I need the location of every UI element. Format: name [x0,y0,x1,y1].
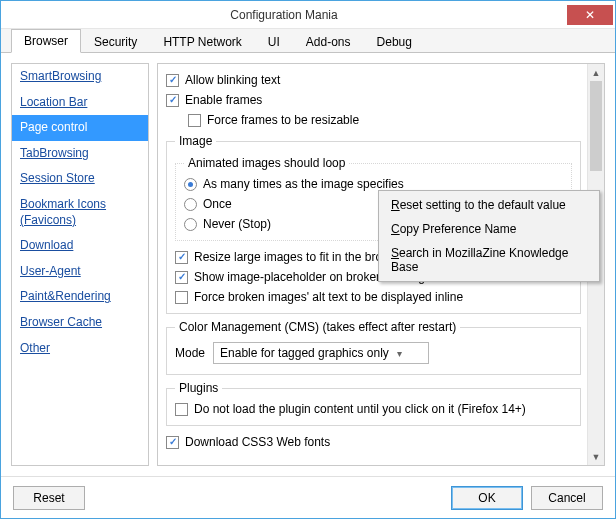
sidebar-item-session-store[interactable]: Session Store [12,166,148,192]
tab-http-network[interactable]: HTTP Network [150,30,254,53]
label-radio-once: Once [203,197,232,211]
tab-security[interactable]: Security [81,30,150,53]
label-radio-as-specified: As many times as the image specifies [203,177,404,191]
row-force-resizable: ✓ Force frames to be resizable [166,110,581,130]
group-plugins: Plugins ✓ Do not load the plugin content… [166,381,581,426]
row-force-alt-inline: ✓ Force broken images' alt text to be di… [175,287,572,307]
radio-as-specified[interactable] [184,178,197,191]
scroll-down-icon[interactable]: ▼ [588,448,604,465]
legend-cms: Color Management (CMS) (takes effect aft… [175,320,460,334]
window: Configuration Mania ✕ Browser Security H… [0,0,616,519]
checkbox-css3-fonts[interactable]: ✓ [166,436,179,449]
context-reset-default[interactable]: Reset setting to the default value [381,193,597,217]
row-enable-frames: ✓ Enable frames [166,90,581,110]
checkbox-force-resizable[interactable]: ✓ [188,114,201,127]
context-menu: Reset setting to the default value Copy … [378,190,600,282]
tab-debug[interactable]: Debug [364,30,425,53]
sidebar-item-download[interactable]: Download [12,233,148,259]
checkbox-show-placeholder[interactable]: ✓ [175,271,188,284]
tab-browser[interactable]: Browser [11,29,81,53]
sidebar-item-bookmark-icons[interactable]: Bookmark Icons (Favicons) [12,192,148,233]
sidebar-item-smartbrowsing[interactable]: SmartBrowsing [12,64,148,90]
close-button[interactable]: ✕ [567,5,613,25]
footer: Reset OK Cancel [1,476,615,518]
legend-animated-loop: Animated images should loop [184,156,349,170]
reset-button[interactable]: Reset [13,486,85,510]
label-plugin-click: Do not load the plugin content until you… [194,402,526,416]
sidebar-item-user-agent[interactable]: User-Agent [12,259,148,285]
label-cms-mode: Mode [175,346,205,360]
titlebar: Configuration Mania ✕ [1,1,615,29]
label-radio-never: Never (Stop) [203,217,271,231]
sidebar: SmartBrowsing Location Bar Page control … [11,63,149,466]
sidebar-item-location-bar[interactable]: Location Bar [12,90,148,116]
checkbox-plugin-click[interactable]: ✓ [175,403,188,416]
sidebar-item-other[interactable]: Other [12,336,148,362]
scroll-thumb[interactable] [590,81,602,171]
select-cms-mode[interactable]: Enable for tagged graphics only ▾ [213,342,429,364]
tab-ui[interactable]: UI [255,30,293,53]
row-plugin-click: ✓ Do not load the plugin content until y… [175,399,572,419]
sidebar-item-tabbrowsing[interactable]: TabBrowsing [12,141,148,167]
legend-image: Image [175,134,216,148]
scroll-up-icon[interactable]: ▲ [588,64,604,81]
context-search-mozillazine[interactable]: Search in MozillaZine Knowledge Base [381,241,597,279]
label-force-alt-inline: Force broken images' alt text to be disp… [194,290,463,304]
ok-button[interactable]: OK [451,486,523,510]
window-title: Configuration Mania [1,8,567,22]
checkbox-enable-frames[interactable]: ✓ [166,94,179,107]
chevron-down-icon: ▾ [397,348,402,359]
label-force-resizable: Force frames to be resizable [207,113,359,127]
sidebar-item-paint-rendering[interactable]: Paint&Rendering [12,284,148,310]
legend-plugins: Plugins [175,381,222,395]
context-copy-pref-name[interactable]: Copy Preference Name [381,217,597,241]
group-cms: Color Management (CMS) (takes effect aft… [166,320,581,375]
radio-once[interactable] [184,198,197,211]
row-css3-fonts: ✓ Download CSS3 Web fonts [166,432,581,452]
sidebar-item-page-control[interactable]: Page control [12,115,148,141]
label-enable-frames: Enable frames [185,93,262,107]
checkbox-force-alt-inline[interactable]: ✓ [175,291,188,304]
tabstrip: Browser Security HTTP Network UI Add-ons… [1,29,615,53]
row-allow-blinking: ✓ Allow blinking text [166,70,581,90]
label-allow-blinking: Allow blinking text [185,73,280,87]
checkbox-resize-large[interactable]: ✓ [175,251,188,264]
close-icon: ✕ [585,8,595,22]
row-cms-mode: Mode Enable for tagged graphics only ▾ [175,338,572,368]
label-css3-fonts: Download CSS3 Web fonts [185,435,330,449]
radio-never[interactable] [184,218,197,231]
checkbox-allow-blinking[interactable]: ✓ [166,74,179,87]
tab-addons[interactable]: Add-ons [293,30,364,53]
cancel-button[interactable]: Cancel [531,486,603,510]
sidebar-item-browser-cache[interactable]: Browser Cache [12,310,148,336]
select-cms-mode-value: Enable for tagged graphics only [220,346,389,360]
